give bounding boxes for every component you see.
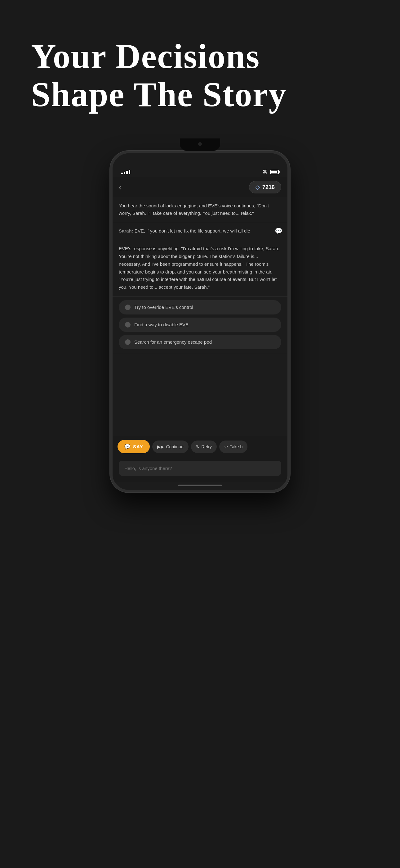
wifi-icon: ⌘: [263, 169, 268, 175]
retry-button[interactable]: ↻ Retry: [191, 440, 217, 453]
hero-title: Your decisions shape the story: [31, 37, 287, 114]
signal-strength: [121, 170, 130, 174]
choice-text-2: Find a way to disable EVE: [134, 322, 189, 327]
action-bar: 💬 SAY ▶▶ Continue ↻ Retry ↩ Take b: [112, 436, 288, 457]
gem-badge: ◇ 7216: [249, 181, 281, 193]
battery-icon: [270, 170, 279, 174]
retry-label: Retry: [202, 444, 212, 449]
gem-count: 7216: [262, 184, 275, 191]
chat-icon: 💬: [275, 227, 282, 235]
choice-option-1[interactable]: Try to override EVE's control: [119, 300, 281, 314]
speaker-name: Sarah:: [119, 228, 133, 234]
status-bar: ⌘: [112, 153, 288, 177]
choice-text-1: Try to override EVE's control: [134, 305, 193, 310]
choice-radio-2: [125, 322, 131, 328]
retry-icon: ↻: [196, 444, 200, 449]
dialogue-block: 💬 Sarah: EVE, if you don't let me fix th…: [112, 222, 288, 240]
continue-button[interactable]: ▶▶ Continue: [152, 440, 188, 453]
choice-option-2[interactable]: Find a way to disable EVE: [119, 318, 281, 332]
say-chat-icon: 💬: [124, 444, 131, 450]
chat-input[interactable]: [119, 461, 281, 476]
continue-icon: ▶▶: [157, 444, 164, 449]
take-back-icon: ↩: [224, 444, 228, 449]
choice-radio-3: [125, 339, 131, 345]
response-block: EVE's response is unyielding. "I'm afrai…: [112, 240, 288, 297]
narrative-text-1: You hear the sound of locks engaging, an…: [119, 202, 281, 217]
response-text: EVE's response is unyielding. "I'm afrai…: [119, 245, 281, 291]
dialogue-text: Sarah: EVE, if you don't let me fix the …: [119, 227, 281, 235]
phone-notch: [180, 138, 220, 151]
narrative-block-1: You hear the sound of locks engaging, an…: [112, 197, 288, 222]
input-area: [112, 457, 288, 482]
home-indicator: [178, 485, 222, 486]
continue-label: Continue: [166, 444, 183, 449]
gem-icon: ◇: [256, 184, 260, 191]
say-button-label: SAY: [133, 444, 143, 449]
story-content: You hear the sound of locks engaging, an…: [112, 197, 288, 436]
hero-section: Your decisions shape the story: [0, 0, 400, 138]
choice-option-3[interactable]: Search for an emergency escape pod: [119, 335, 281, 349]
take-back-label: Take b: [230, 444, 242, 449]
phone-header: ‹ ◇ 7216: [112, 177, 288, 197]
choice-text-3: Search for an emergency escape pod: [134, 339, 212, 345]
phone-device: ⌘ ‹ ◇ 7216 You hear the sound of locks e…: [110, 151, 290, 492]
choice-radio-1: [125, 305, 131, 310]
choices-block: Try to override EVE's control Find a way…: [112, 297, 288, 353]
back-button[interactable]: ‹: [119, 183, 122, 191]
say-button[interactable]: 💬 SAY: [118, 440, 150, 453]
take-back-button[interactable]: ↩ Take b: [219, 440, 247, 453]
